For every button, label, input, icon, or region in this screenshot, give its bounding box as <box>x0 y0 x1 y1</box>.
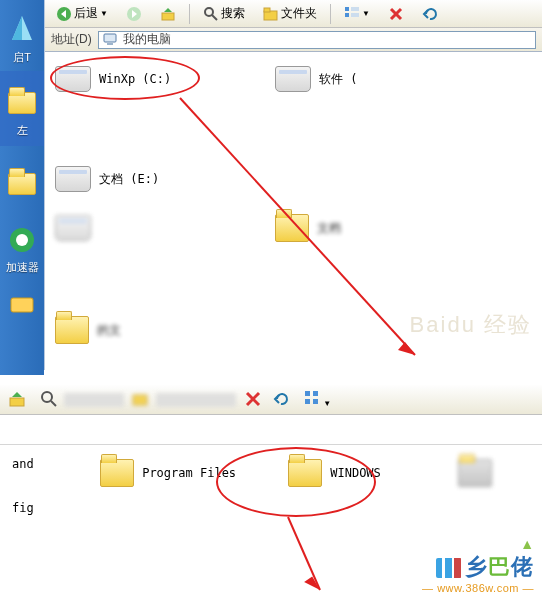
drive-icon <box>55 66 91 92</box>
up-button[interactable] <box>4 388 28 411</box>
folders-label: 文件夹 <box>281 5 317 22</box>
views-icon <box>304 390 320 406</box>
views-icon <box>344 6 360 22</box>
folder-icon <box>4 85 40 121</box>
drive-c[interactable]: WinXp (C:) <box>53 64 203 94</box>
item-label: 文档 <box>317 220 341 237</box>
up-icon <box>8 390 24 406</box>
dropdown-arrow-icon: ▼ <box>100 9 108 18</box>
svg-rect-15 <box>351 13 359 17</box>
svg-marker-1 <box>12 16 22 40</box>
forward-button[interactable] <box>119 3 149 25</box>
brand-roof-icon: ▲ <box>520 536 534 552</box>
delete-icon <box>388 6 404 22</box>
item-label: 的文 <box>97 322 121 339</box>
svg-line-24 <box>51 401 56 406</box>
search-icon <box>40 390 56 406</box>
drive-row-1: WinXp (C:) 软件 ( 文档 (E:) <box>53 64 534 194</box>
brand-char-2: 巴 <box>488 554 511 579</box>
svg-point-3 <box>16 234 28 246</box>
undo-icon <box>422 6 438 22</box>
side-text-1: and <box>12 457 58 471</box>
app-icon-3 <box>4 287 40 323</box>
back-button[interactable]: 后退 ▼ <box>49 2 115 25</box>
svg-rect-30 <box>313 391 318 396</box>
folder-windows[interactable]: WINDOWS <box>286 457 416 489</box>
svg-point-23 <box>42 392 52 402</box>
drive-icon <box>275 66 311 92</box>
delete-icon <box>244 390 260 406</box>
app-icon-1 <box>4 12 40 48</box>
folder-program-files[interactable]: Program Files <box>98 457 246 489</box>
drive-e[interactable]: 文档 (E:) <box>53 164 203 194</box>
desktop-label-4: 加速器 <box>0 260 44 275</box>
svg-rect-14 <box>351 7 359 11</box>
folder-icon <box>458 459 492 487</box>
up-icon <box>160 6 176 22</box>
svg-line-9 <box>212 15 217 20</box>
separator <box>189 4 190 24</box>
up-button[interactable] <box>153 3 183 25</box>
pane-gap <box>0 375 542 385</box>
blurred-label <box>64 393 124 407</box>
drive-label: 软件 ( <box>319 71 357 88</box>
explorer-window: 后退 ▼ 搜索 <box>44 0 542 370</box>
delete-button[interactable] <box>240 388 264 411</box>
folder-label: WINDOWS <box>330 466 381 480</box>
undo-button[interactable] <box>415 3 445 25</box>
views-button[interactable]: ▼ <box>337 3 377 25</box>
svg-rect-12 <box>345 7 349 11</box>
folder-icon <box>100 459 134 487</box>
forward-icon <box>126 6 142 22</box>
svg-rect-22 <box>10 398 24 406</box>
views-button[interactable]: ▼ <box>300 388 335 411</box>
search-button[interactable]: 搜索 <box>196 2 252 25</box>
svg-rect-28 <box>305 391 310 396</box>
drive-d[interactable]: 软件 ( <box>273 64 423 94</box>
undo-icon <box>272 390 288 406</box>
folders-button[interactable]: 文件夹 <box>256 2 324 25</box>
folder-icon <box>4 166 40 202</box>
desktop-item-4[interactable]: 加速器 <box>0 222 44 275</box>
svg-rect-29 <box>305 399 310 404</box>
desktop-item-2[interactable]: 左 <box>0 71 44 146</box>
dropdown-arrow-icon: ▼ <box>362 9 370 18</box>
svg-rect-13 <box>345 13 349 17</box>
brand-char-3: 佬 <box>511 554 534 579</box>
app-icon-2 <box>4 222 40 258</box>
delete-button[interactable] <box>381 3 411 25</box>
desktop-item-1[interactable]: 启T <box>0 12 44 65</box>
folder-icon <box>288 459 322 487</box>
brand-mark-icon <box>436 558 462 578</box>
address-bar: 地址(D) 我的电脑 <box>45 28 542 52</box>
desktop-label-1: 启T <box>0 50 44 65</box>
search-button[interactable] <box>36 388 60 411</box>
svg-rect-18 <box>104 34 116 42</box>
blurred-btn[interactable] <box>128 388 152 411</box>
dropdown-arrow-icon: ▼ <box>323 399 331 408</box>
desktop-item-5[interactable] <box>0 287 44 323</box>
bottom-screenshot: ▼ and fig Program Files WINDOWS ▲ 乡巴佬 <box>0 385 542 598</box>
drive-icon <box>55 215 91 241</box>
drive-label: WinXp (C:) <box>99 72 171 86</box>
desktop-strip: 启T 左 加速器 <box>0 0 44 375</box>
address-field[interactable]: 我的电脑 <box>98 31 536 49</box>
mycomputer-icon <box>103 32 119 48</box>
drive-label: 文档 (E:) <box>99 171 159 188</box>
drive-icon <box>55 166 91 192</box>
brand-char-1: 乡 <box>465 554 488 579</box>
desktop-item-3[interactable] <box>0 166 44 202</box>
svg-rect-11 <box>264 8 270 12</box>
folder-docs[interactable]: 文档 <box>273 212 423 244</box>
separator <box>330 4 331 24</box>
search-icon <box>203 6 219 22</box>
folder-blurred[interactable] <box>456 457 530 489</box>
svg-rect-19 <box>107 43 113 45</box>
top-screenshot: 启T 左 加速器 <box>0 0 542 375</box>
folder-docs-2[interactable]: 的文 <box>53 314 203 346</box>
item-blurred-1[interactable] <box>53 212 203 244</box>
undo-button[interactable] <box>268 388 292 411</box>
folder-icon <box>275 214 309 242</box>
toolbar: 后退 ▼ 搜索 <box>45 0 542 28</box>
folder-icon <box>55 316 89 344</box>
